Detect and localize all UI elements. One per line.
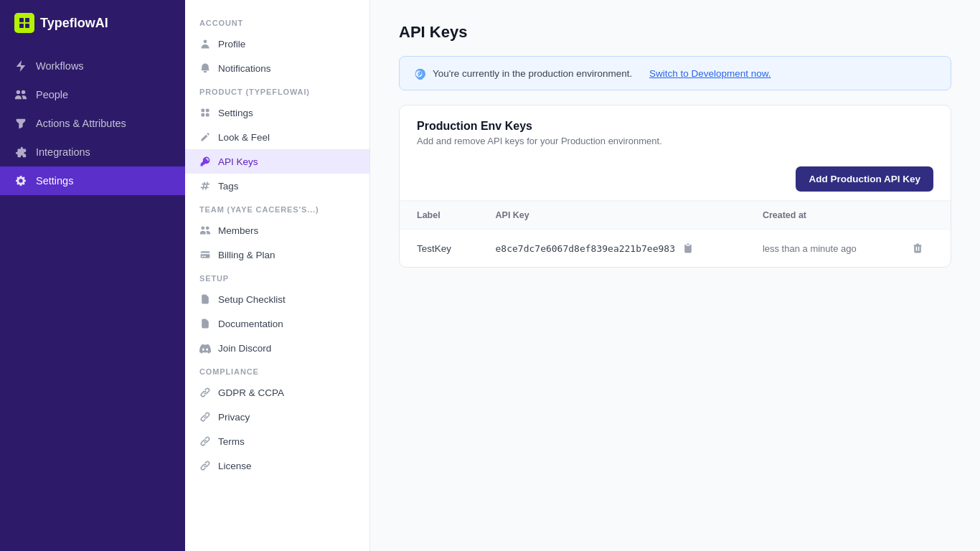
row-api-key: e8ce7dc7e6067d8ef839ea221b7ee983 [479, 230, 745, 268]
users-icon [199, 225, 211, 236]
menu-item-settings[interactable]: Settings [185, 100, 369, 125]
menu-item-documentation[interactable]: Documentation [185, 311, 369, 336]
info-banner: You're currently in the production envir… [399, 56, 951, 90]
menu-item-privacy[interactable]: Privacy [185, 405, 369, 429]
gear-icon [14, 174, 27, 187]
menu-item-setup-checklist[interactable]: Setup Checklist [185, 287, 369, 311]
sidebar-item-label: Settings [36, 175, 73, 187]
menu-item-api-keys[interactable]: API Keys [185, 149, 369, 174]
card-subtitle: Add and remove API keys for your Product… [417, 136, 933, 146]
row-created-at: less than a minute ago [745, 230, 892, 268]
section-header-team: TEAM (Yaye Caceres's...) [185, 198, 369, 218]
sidebar-item-label: Workflows [36, 60, 84, 72]
link-icon-terms [199, 435, 211, 447]
sidebar: TypeflowAI Workflows People Actions & At… [0, 0, 185, 551]
copy-key-button[interactable] [681, 241, 695, 255]
logo-icon [14, 13, 34, 33]
svg-rect-1 [25, 18, 29, 22]
menu-item-billing[interactable]: Billing & Plan [185, 242, 369, 267]
col-api-key: API Key [479, 202, 745, 230]
filter-icon [14, 117, 27, 130]
trash-icon [912, 242, 923, 254]
sidebar-item-workflows[interactable]: Workflows [0, 52, 185, 80]
link-icon-license [199, 460, 211, 471]
switch-env-link[interactable]: Switch to Development now. [649, 68, 771, 79]
user-icon [199, 38, 211, 50]
sidebar-item-integrations[interactable]: Integrations [0, 138, 185, 166]
row-label: TestKey [400, 230, 479, 268]
info-icon [413, 67, 425, 80]
logo-text: TypeflowAI [40, 16, 108, 31]
api-keys-card: Production Env Keys Add and remove API k… [399, 105, 951, 268]
copy-icon [682, 242, 694, 254]
menu-item-terms[interactable]: Terms [185, 429, 369, 453]
add-production-key-button[interactable]: Add Production API Key [796, 166, 933, 192]
col-actions [892, 202, 951, 230]
menu-item-notifications[interactable]: Notifications [185, 56, 369, 80]
sidebar-nav: Workflows People Actions & Attributes In… [0, 46, 185, 551]
card-title: Production Env Keys [417, 120, 933, 133]
menu-item-look-feel[interactable]: Look & Feel [185, 125, 369, 149]
main-content: API Keys You're currently in the product… [370, 0, 980, 551]
col-created-at: Created at [745, 202, 892, 230]
row-delete [892, 230, 951, 268]
sidebar-item-people[interactable]: People [0, 80, 185, 109]
section-header-setup: SETUP [185, 267, 369, 287]
grid-icon [199, 107, 211, 118]
card-icon [199, 249, 211, 260]
checklist-icon [199, 293, 211, 305]
card-header: Production Env Keys Add and remove API k… [400, 105, 951, 146]
sidebar-item-settings[interactable]: Settings [0, 166, 185, 195]
doc-icon [199, 318, 211, 329]
delete-key-button[interactable] [909, 240, 926, 257]
key-icon [199, 156, 211, 167]
pen-icon [199, 131, 211, 143]
menu-item-members[interactable]: Members [185, 218, 369, 242]
menu-item-tags[interactable]: Tags [185, 174, 369, 198]
discord-icon [199, 342, 211, 354]
sidebar-item-label: Integrations [36, 146, 90, 158]
banner-text: You're currently in the production envir… [433, 68, 632, 79]
app-logo[interactable]: TypeflowAI [0, 0, 185, 46]
menu-item-join-discord[interactable]: Join Discord [185, 336, 369, 360]
sidebar-item-actions-attributes[interactable]: Actions & Attributes [0, 109, 185, 138]
svg-rect-0 [19, 18, 24, 22]
link-icon-privacy [199, 411, 211, 423]
sidebar-item-label: People [36, 89, 68, 100]
col-label: Label [400, 202, 479, 230]
section-header-product: PRODUCT (TypeflowAI) [185, 80, 369, 100]
sidebar-item-label: Actions & Attributes [36, 118, 126, 129]
api-keys-table: Label API Key Created at TestKey e8ce7dc… [400, 201, 951, 267]
section-header-compliance: COMPLIANCE [185, 360, 369, 380]
page-title: API Keys [399, 23, 951, 42]
section-header-account: ACCOUNT [185, 11, 369, 32]
menu-item-gdpr[interactable]: GDPR & CCPA [185, 380, 369, 405]
svg-rect-2 [19, 24, 24, 28]
settings-menu: ACCOUNT Profile Notifications PRODUCT (T… [185, 0, 370, 551]
bolt-icon [14, 60, 27, 72]
menu-item-license[interactable]: License [185, 453, 369, 478]
people-icon [14, 88, 27, 101]
puzzle-icon [14, 146, 27, 159]
link-icon-gdpr [199, 387, 211, 398]
card-actions: Add Production API Key [400, 158, 951, 201]
hash-icon [199, 180, 211, 192]
table-row: TestKey e8ce7dc7e6067d8ef839ea221b7ee983 [400, 230, 951, 268]
svg-rect-3 [25, 24, 29, 28]
menu-item-profile[interactable]: Profile [185, 32, 369, 56]
bell-icon [199, 62, 211, 74]
